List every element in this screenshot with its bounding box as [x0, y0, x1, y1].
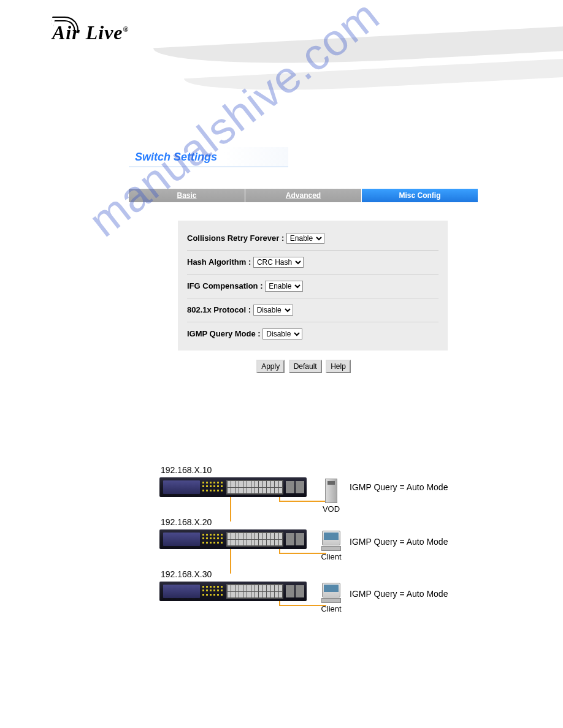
ip-label-1: 192.168.X.10: [161, 465, 466, 475]
diagram-row-3: 192.168.X.30 Client IGMP Query = Auto Mo…: [159, 569, 466, 609]
select-collisions[interactable]: Enable: [286, 233, 324, 244]
switch-icon: [159, 582, 307, 601]
tab-advanced[interactable]: Advanced: [245, 189, 362, 202]
header-swoosh: [153, 37, 563, 98]
label-8021x: 802.1x Protocol :: [187, 305, 251, 314]
select-ifg[interactable]: Enable: [265, 281, 303, 292]
ip-label-3: 192.168.X.30: [161, 569, 466, 579]
select-igmp[interactable]: Disable: [262, 328, 302, 339]
default-button[interactable]: Default: [289, 360, 322, 373]
button-row: Apply Default Help: [129, 360, 478, 373]
switch-icon: [159, 529, 307, 549]
config-form: Collisions Retry Forever : Enable Hash A…: [178, 221, 448, 351]
page-header: Air Live®: [0, 0, 563, 110]
row-8021x: 802.1x Protocol : Disable: [187, 298, 439, 322]
help-button[interactable]: Help: [326, 360, 351, 373]
apply-button[interactable]: Apply: [256, 360, 285, 373]
device-label-2: Client: [319, 552, 343, 561]
annotation-3: IGMP Query = Auto Mode: [350, 589, 448, 599]
tab-bar: Basic Advanced Misc Config: [129, 189, 478, 202]
row-hash: Hash Algorithm : CRC Hash: [187, 251, 439, 275]
select-hash[interactable]: CRC Hash: [253, 257, 304, 268]
row-igmp: IGMP Query Mode : Disable: [187, 322, 439, 346]
tab-misc-config[interactable]: Misc Config: [362, 189, 478, 202]
label-hash: Hash Algorithm :: [187, 257, 251, 267]
row-ifg: IFG Compensation : Enable: [187, 275, 439, 298]
annotation-1: IGMP Query = Auto Mode: [350, 482, 448, 492]
switch-icon: [159, 477, 307, 497]
select-8021x[interactable]: Disable: [253, 305, 293, 316]
row-collisions: Collisions Retry Forever : Enable: [187, 227, 439, 251]
device-label-1: VOD: [319, 504, 343, 514]
label-collisions: Collisions Retry Forever :: [187, 233, 284, 243]
network-diagram: 192.168.X.10 VOD IGMP Query = Auto Mode …: [159, 465, 466, 609]
ip-label-2: 192.168.X.20: [161, 517, 466, 527]
panel-title: Switch Settings: [129, 147, 288, 167]
label-igmp: IGMP Query Mode :: [187, 329, 261, 338]
label-ifg: IFG Compensation :: [187, 281, 263, 290]
tab-basic[interactable]: Basic: [129, 189, 245, 202]
diagram-row-2: 192.168.X.20 Client IGMP Query = Auto Mo…: [159, 517, 466, 557]
diagram-row-1: 192.168.X.10 VOD IGMP Query = Auto Mode: [159, 465, 466, 505]
annotation-2: IGMP Query = Auto Mode: [350, 537, 448, 547]
switch-settings-panel: Switch Settings Basic Advanced Misc Conf…: [129, 147, 478, 373]
device-label-3: Client: [319, 604, 343, 613]
vod-device-icon: VOD: [319, 479, 343, 514]
brand-logo: Air Live®: [52, 21, 129, 44]
client-device-icon: Client: [319, 583, 343, 613]
client-device-icon: Client: [319, 531, 343, 561]
